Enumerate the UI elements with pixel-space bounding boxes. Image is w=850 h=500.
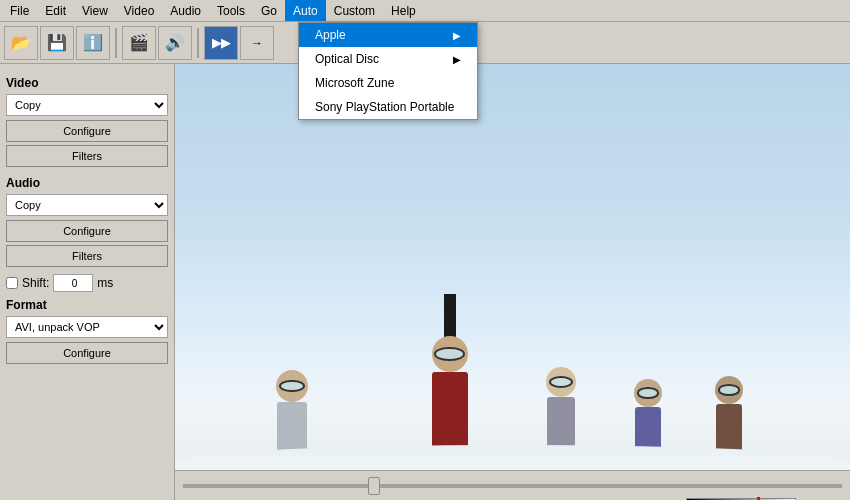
audio-codec-select[interactable]: Copy [6, 194, 168, 216]
menu-sony-psp[interactable]: Sony PlayStation Portable [299, 95, 477, 119]
audio-codec-wrap: Copy [6, 194, 168, 216]
menu-custom[interactable]: Custom [326, 0, 383, 21]
menu-file[interactable]: File [2, 0, 37, 21]
audio-filters-button[interactable]: Filters [6, 245, 168, 267]
video-preview [175, 64, 850, 470]
format-wrap: AVI, unpack VOP [6, 316, 168, 338]
ms-label: ms [97, 276, 113, 290]
left-panel: Video Copy Configure Filters Audio Copy … [0, 64, 175, 500]
color-marker [757, 497, 760, 501]
shift-label: Shift: [22, 276, 49, 290]
menu-auto[interactable]: Auto [285, 0, 326, 21]
video-source-button[interactable]: 🎬 [122, 26, 156, 60]
video-configure-button[interactable]: Configure [6, 120, 168, 142]
apple-arrow: ▶ [453, 30, 461, 41]
menu-edit[interactable]: Edit [37, 0, 74, 21]
optical-disc-arrow: ▶ [453, 54, 461, 65]
format-section-title: Format [6, 298, 168, 312]
scrubber-row [175, 470, 850, 500]
menu-go[interactable]: Go [253, 0, 285, 21]
encode-button[interactable]: ▶▶ [204, 26, 238, 60]
format-select[interactable]: AVI, unpack VOP [6, 316, 168, 338]
menu-microsoft-zune[interactable]: Microsoft Zune [299, 71, 477, 95]
video-filters-button[interactable]: Filters [6, 145, 168, 167]
shift-checkbox[interactable] [6, 277, 18, 289]
video-codec-select[interactable]: Copy [6, 94, 168, 116]
main-layout: Video Copy Configure Filters Audio Copy … [0, 64, 850, 500]
video-codec-wrap: Copy [6, 94, 168, 116]
video-section-title: Video [6, 76, 168, 90]
auto-dropdown-menu: Apple ▶ Optical Disc ▶ Microsoft Zune So… [298, 22, 478, 120]
scrubber-thumb[interactable] [368, 477, 380, 495]
audio-source-button[interactable]: 🔊 [158, 26, 192, 60]
menu-video[interactable]: Video [116, 0, 162, 21]
toolbar-separator-1 [115, 28, 117, 58]
toolbar-separator-2 [197, 28, 199, 58]
menu-tools[interactable]: Tools [209, 0, 253, 21]
info-button[interactable]: ℹ️ [76, 26, 110, 60]
shift-row: Shift: ms [6, 274, 168, 292]
preview-area [175, 64, 850, 500]
menubar: File Edit View Video Audio Tools Go Auto… [0, 0, 850, 22]
menu-apple[interactable]: Apple ▶ [299, 23, 477, 47]
save-button[interactable]: 💾 [40, 26, 74, 60]
audio-section-title: Audio [6, 176, 168, 190]
format-configure-button[interactable]: Configure [6, 342, 168, 364]
menu-optical-disc[interactable]: Optical Disc ▶ [299, 47, 477, 71]
shift-input[interactable] [53, 274, 93, 292]
audio-configure-button[interactable]: Configure [6, 220, 168, 242]
menu-view[interactable]: View [74, 0, 116, 21]
menu-audio[interactable]: Audio [162, 0, 209, 21]
open-button[interactable]: 📂 [4, 26, 38, 60]
stream-button[interactable]: → [240, 26, 274, 60]
menu-help[interactable]: Help [383, 0, 424, 21]
scene-background [175, 64, 850, 470]
scrubber-track[interactable] [183, 484, 842, 488]
